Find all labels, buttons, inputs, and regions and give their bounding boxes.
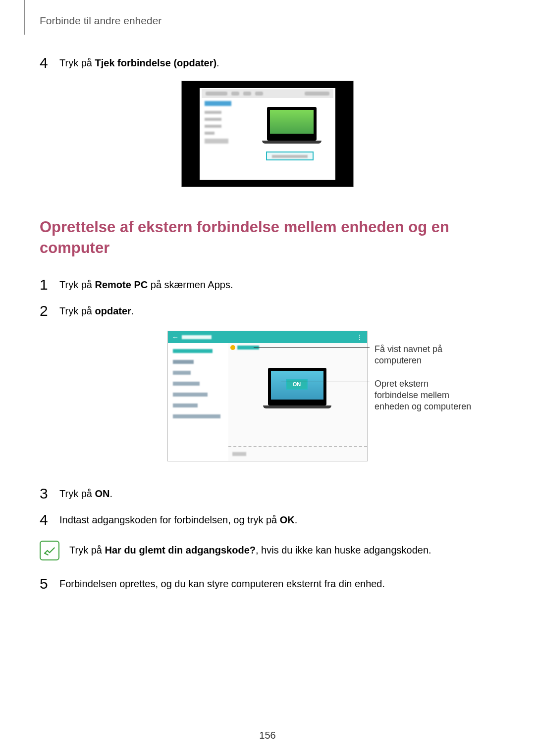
step-text-bold: Tjek forbindelse (opdater): [95, 57, 217, 68]
note-text: Tryk på Har du glemt din adgangskode?, h…: [69, 545, 431, 556]
note-text-prefix: Tryk på: [69, 545, 105, 555]
step-text-bold: ON: [95, 488, 110, 499]
step-text-prefix: Indtast adgangskoden for forbindelsen, o…: [59, 514, 280, 525]
header-rule: [24, 0, 25, 35]
step-text-suffix: .: [216, 57, 219, 68]
step-4: 4 Indtast adgangskoden for forbindelsen,…: [40, 511, 495, 528]
step-text-prefix: Tryk på: [59, 279, 95, 290]
pre-step-4: 4 Tryk på Tjek forbindelse (opdater).: [40, 54, 495, 71]
step-text-bold: opdater: [95, 305, 131, 316]
step-number: 2: [40, 302, 59, 319]
step-text-prefix: Tryk på: [59, 305, 95, 316]
step-text: Tryk på opdater.: [59, 305, 495, 317]
note-text-suffix: , hvis du ikke kan huske adgangskoden.: [256, 545, 431, 555]
step-text-prefix: Tryk på: [59, 488, 95, 499]
callout-on-toggle: Opret ekstern forbindelse mellem enheden…: [374, 378, 472, 413]
step-text: Tryk på ON.: [59, 488, 495, 500]
step-1: 1 Tryk på Remote PC på skærmen Apps.: [40, 276, 495, 293]
callout-pc-name: Få vist navnet på computeren: [374, 344, 472, 367]
status-dot-icon: [230, 345, 235, 350]
step-text: Tryk på Tjek forbindelse (opdater).: [59, 57, 495, 69]
check-connection-button-highlight: [266, 151, 314, 160]
on-toggle-highlight: ON: [286, 379, 308, 390]
step-text-suffix: på skærmen Apps.: [148, 279, 233, 290]
step-text-suffix: .: [131, 305, 134, 316]
laptop-icon: [267, 107, 317, 141]
step-3: 3 Tryk på ON.: [40, 485, 495, 502]
step-text: Tryk på Remote PC på skærmen Apps.: [59, 279, 495, 291]
step-text-bold: Remote PC: [95, 279, 148, 290]
running-header: Forbinde til andre enheder: [40, 15, 495, 27]
step-number: 1: [40, 276, 59, 293]
app-title-blur: [182, 335, 212, 339]
screenshot-check-connection: [181, 81, 354, 187]
step-2: 2 Tryk på opdater.: [40, 302, 495, 319]
note-text-bold: Har du glemt din adgangskode?: [105, 545, 256, 555]
step-text-suffix: .: [110, 488, 113, 499]
step-number: 3: [40, 485, 59, 502]
step-5: 5 Forbindelsen oprettes, og du kan styre…: [40, 575, 495, 592]
remote-pc-sidebar: [168, 343, 228, 461]
note-icon: [40, 541, 59, 560]
step-number: 5: [40, 575, 59, 592]
note-forgot-password: Tryk på Har du glemt din adgangskode?, h…: [40, 541, 495, 560]
step-number: 4: [40, 54, 59, 71]
step-text-prefix: Tryk på: [59, 57, 95, 68]
step-number: 4: [40, 511, 59, 528]
pc-name-row: [230, 345, 259, 350]
page-number: 156: [0, 730, 535, 741]
callout-leader: [254, 347, 370, 348]
step-text-suffix: .: [295, 514, 298, 525]
step-text-bold: OK: [280, 514, 295, 525]
section-heading: Oprettelse af ekstern forbindelse mellem…: [40, 217, 495, 258]
menu-icon: ⋮: [356, 333, 363, 341]
callout-leader: [281, 382, 370, 382]
step-text: Forbindelsen oprettes, og du kan styre c…: [59, 578, 495, 590]
back-icon: ←: [172, 333, 179, 341]
screenshot-remote-pc-app: ← ⋮ ON: [167, 331, 368, 461]
step-text: Indtast adgangskoden for forbindelsen, o…: [59, 514, 495, 526]
step-text-prefix: Forbindelsen oprettes, og du kan styre c…: [59, 578, 385, 589]
